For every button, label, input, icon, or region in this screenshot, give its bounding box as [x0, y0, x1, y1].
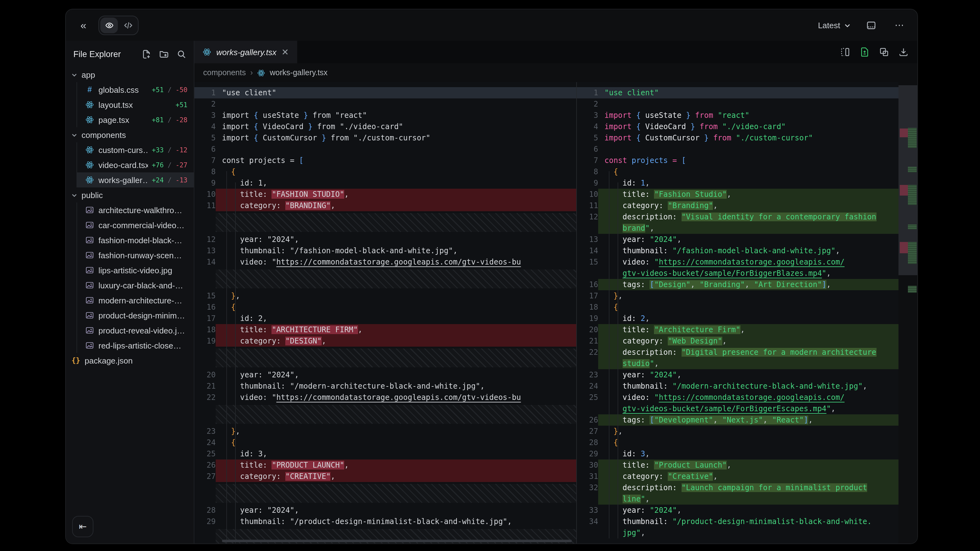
code-text: category: "DESIGN",: [216, 335, 576, 347]
folder-item-app[interactable]: app: [66, 67, 194, 82]
indent-guide: [235, 183, 236, 543]
new-file-button[interactable]: [142, 49, 151, 59]
more-options-button[interactable]: ⋯: [891, 16, 908, 34]
line-number: 34: [577, 516, 598, 527]
file-item-product-reveal-video.j[interactable]: product-reveal-video.j…: [77, 323, 194, 338]
code-text: {: [216, 302, 576, 313]
code-line: 25 id: 3,: [194, 448, 576, 459]
file-item-page.tsx[interactable]: page.tsx+81 / -28: [77, 112, 194, 127]
split-editor-button[interactable]: [840, 47, 850, 57]
code-text: "use client": [598, 87, 917, 98]
code-text: id: 3,: [216, 448, 576, 459]
file-item-red-lips-artistic-close[interactable]: red-lips-artistic-close…: [77, 338, 194, 353]
diff-pane-modified[interactable]: 1"use client"23import { useState } from …: [577, 82, 917, 543]
folder-item-components[interactable]: components: [66, 127, 194, 142]
code-line: 13 thumbnail: "/fashion-model-black-and-…: [194, 245, 576, 256]
line-number: 32: [577, 482, 598, 493]
line-number: 10: [577, 189, 598, 200]
react-icon: [258, 69, 266, 77]
double-chevron-left-icon: «: [81, 20, 86, 30]
line-number: 1: [577, 87, 598, 98]
line-number: 19: [194, 335, 216, 347]
tab-bar-actions: [840, 47, 917, 57]
code-line: 18 {: [577, 302, 917, 313]
breadcrumb-folder[interactable]: components: [203, 68, 246, 77]
line-number: 6: [577, 143, 598, 155]
download-button[interactable]: [899, 47, 908, 57]
folder-label: components: [81, 130, 126, 140]
line-number: 28: [577, 437, 598, 448]
line-number: 9: [194, 178, 216, 189]
new-folder-button[interactable]: [159, 49, 169, 59]
code-text: title: "FASHION STUDIO",: [216, 189, 576, 200]
topbar-right-group: Latest ⋯: [818, 16, 908, 34]
folder-item-public[interactable]: public: [66, 187, 194, 202]
react-icon: [202, 48, 211, 56]
code-text: },: [598, 290, 917, 302]
file-item-layout.tsx[interactable]: layout.tsx+51: [77, 97, 194, 112]
file-explorer-actions: [142, 49, 186, 59]
line-number: 3: [194, 110, 216, 121]
file-item-luxury-car-black-and-[interactable]: luxury-car-black-and-…: [77, 278, 194, 293]
file-item-lips-artistic-video.jpg[interactable]: lips-artistic-video.jpg: [77, 263, 194, 278]
view-diff-button[interactable]: [860, 47, 870, 57]
file-label: page.tsx: [99, 115, 129, 124]
file-item-globals.css[interactable]: #globals.css+51 / -50: [77, 82, 194, 97]
file-item-car-commercial-video[interactable]: car-commercial-video…: [77, 218, 194, 233]
line-number: 14: [577, 245, 598, 256]
code-text: import { useState } from "react": [598, 110, 917, 121]
line-number: 29: [194, 516, 216, 527]
collapse-sidebar-button[interactable]: ⇤: [72, 516, 94, 537]
image-icon: [84, 295, 95, 305]
diff-pane-original[interactable]: 1"use client"23import { useState } from …: [194, 82, 577, 543]
code-line: 21 thumbnail: "/modern-architecture-blac…: [194, 381, 576, 392]
breadcrumb-separator: ›: [250, 68, 253, 77]
breadcrumb-file[interactable]: works-gallery.tsx: [270, 68, 328, 77]
chevron-down-icon: [71, 192, 78, 198]
file-label: custom-curs…: [99, 145, 148, 154]
file-label: luxury-car-black-and-…: [99, 281, 183, 290]
file-item-architecture-walkthro[interactable]: architecture-walkthro…: [77, 202, 194, 218]
code-text: [598, 143, 917, 155]
file-item-fashion-runway-scen[interactable]: fashion-runway-scen…: [77, 248, 194, 263]
tab-bar: works-gallery.tsx ✕: [194, 41, 917, 63]
version-selector[interactable]: Latest: [818, 21, 851, 30]
code-text: thumbnail: "/modern-architecture-black-a…: [598, 381, 917, 392]
copy-code-button[interactable]: [879, 47, 889, 57]
code-text: title: "ARCHITECTURE FIRM",: [216, 324, 576, 335]
code-text: category: "Branding",: [598, 200, 917, 211]
code-mode-button[interactable]: [119, 17, 137, 33]
file-label: product-reveal-video.j…: [99, 326, 185, 335]
file-label: architecture-walkthro…: [99, 205, 182, 215]
overview-ruler[interactable]: [899, 82, 917, 543]
panel-layout-button[interactable]: [862, 16, 880, 34]
file-item-works-galler[interactable]: works-galler…+24 / -13: [77, 172, 194, 187]
code-line: 11 category: "BRANDING",: [194, 200, 576, 211]
code-text: gtv-videos-bucket/sample/ForBiggerBlazes…: [598, 268, 917, 279]
file-item-video-card.tsx[interactable]: video-card.tsx+76 / -27: [77, 157, 194, 172]
code-line: 7const projects = [: [577, 155, 917, 166]
code-text: description: "Launch campaign for a mini…: [598, 482, 917, 493]
file-item-product-design-minim[interactable]: product-design-minim…: [77, 308, 194, 323]
close-tab-icon[interactable]: ✕: [282, 47, 289, 57]
horizontal-scrollbar[interactable]: [222, 540, 572, 542]
code-text: thumbnail: "/product-design-minimalist-b…: [216, 516, 576, 527]
collapse-panel-button[interactable]: «: [75, 16, 92, 34]
code-text: import { VideoCard } from "./video-card": [598, 121, 917, 132]
file-item-fashion-model-black-[interactable]: fashion-model-black-…: [77, 233, 194, 248]
omitted-lines-hatch: [216, 484, 576, 503]
file-explorer-header: File Explorer: [66, 41, 194, 67]
file-item-custom-curs[interactable]: custom-curs…+33 / -12: [77, 142, 194, 157]
search-files-button[interactable]: [177, 49, 186, 59]
code-text: jpg",: [598, 527, 917, 538]
preview-mode-button[interactable]: [100, 17, 118, 33]
deleted-change-mark: [900, 242, 908, 253]
code-text: [598, 98, 917, 110]
file-item-package.json[interactable]: {}package.json: [66, 353, 194, 368]
react-icon: [84, 115, 95, 125]
file-item-modern-architecture-[interactable]: modern-architecture-…: [77, 293, 194, 308]
breadcrumb: components › works-gallery.tsx: [194, 63, 917, 82]
tab-works-gallery[interactable]: works-gallery.tsx ✕: [194, 41, 297, 63]
new-folder-icon: [159, 49, 169, 59]
folder-children: custom-curs…+33 / -12video-card.tsx+76 /…: [76, 142, 194, 187]
